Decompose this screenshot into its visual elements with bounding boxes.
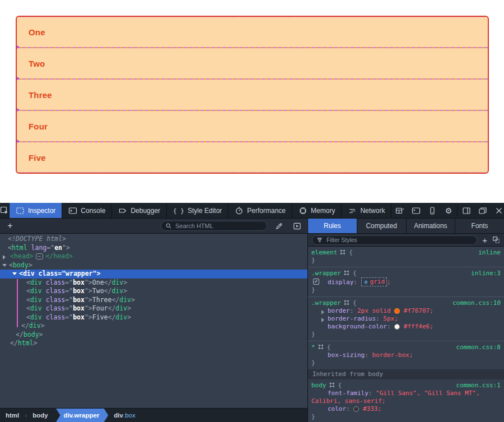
highlight-selector-icon[interactable] [344, 270, 350, 276]
markup-line[interactable]: </html> [0, 339, 307, 348]
highlight-selector-icon[interactable] [318, 344, 324, 350]
markup-line[interactable]: <!DOCTYPE html> [0, 235, 307, 244]
markup-line[interactable]: <div class="box">Four</div> [0, 304, 307, 313]
markup-line[interactable]: <body> [0, 261, 307, 270]
markup-token: < [9, 261, 13, 269]
highlight-selector-icon[interactable] [344, 300, 350, 306]
semicolon: ; [382, 397, 386, 405]
stylesheet-link[interactable]: common.css:10 [452, 299, 501, 307]
element-picker-icon[interactable] [0, 203, 10, 218]
breadcrumb-label: html [6, 412, 19, 419]
highlight-selector-icon[interactable] [340, 249, 346, 256]
breadcrumb-label: div.wrapper [64, 412, 100, 419]
open-brace: { [353, 270, 357, 277]
rule-selector[interactable]: .wrapper [311, 299, 341, 307]
markup-token: div [119, 296, 131, 304]
markup-line[interactable]: <div class="box">Two</div> [0, 287, 307, 296]
filter-styles-input[interactable] [326, 236, 473, 243]
ellipsis-badge[interactable]: ⋯ [36, 253, 44, 259]
tab-style-editor[interactable]: { }Style Editor [167, 203, 228, 218]
css-declaration[interactable]: border: 2px solid #f76707; [311, 307, 501, 315]
split-console-icon[interactable] [408, 203, 424, 218]
highlight-selector-icon[interactable] [329, 382, 335, 388]
twisty-icon[interactable] [2, 264, 7, 267]
responsive-mode-icon[interactable] [424, 203, 440, 218]
eyedropper-icon[interactable] [273, 222, 285, 230]
stylesheet-link[interactable]: common.css:1 [456, 382, 501, 389]
twisty-icon[interactable] [3, 255, 6, 259]
css-declaration[interactable]: box-sizing: border-box; [311, 351, 501, 359]
search-html-box[interactable] [161, 221, 267, 231]
markup-line[interactable]: <div class="box">Three</div> [0, 296, 307, 305]
breadcrumb-item[interactable]: body [27, 412, 53, 419]
add-rule-icon[interactable]: + [482, 236, 487, 244]
rule-selector[interactable]: element [311, 249, 337, 256]
rule-selector[interactable]: .wrapper [311, 270, 341, 277]
tab-console[interactable]: Console [62, 203, 112, 218]
stylesheet-link[interactable]: common.css:8 [456, 344, 501, 351]
markup-line[interactable]: </div> [0, 322, 307, 331]
filter-styles-box[interactable] [312, 235, 477, 245]
close-brace: } [311, 359, 501, 367]
markup-line[interactable]: <div class="wrapper"> [0, 270, 307, 279]
dock-side-icon[interactable] [458, 203, 474, 218]
play-panel-icon[interactable] [291, 222, 303, 230]
settings-icon[interactable]: ⚙ [440, 203, 456, 218]
semicolon: ; [409, 351, 413, 359]
tab-memory[interactable]: Memory [292, 203, 342, 218]
expand-shorthand-icon[interactable] [321, 310, 324, 314]
search-html-input[interactable] [175, 222, 263, 229]
tab-network[interactable]: Network [342, 203, 391, 218]
markup-token: < [26, 313, 30, 321]
sidebar-tab-rules[interactable]: Rules [308, 219, 357, 233]
sidebar-tab-fonts[interactable]: Fonts [455, 219, 504, 233]
breadcrumb-item[interactable]: html [0, 412, 25, 419]
declaration-checkbox[interactable]: ✓ [313, 279, 319, 285]
css-declaration[interactable]: color: #333; [311, 405, 501, 413]
markup-toolbar: + [0, 219, 307, 234]
stylesheet-link[interactable]: inline:3 [471, 270, 501, 277]
frames-icon[interactable] [391, 203, 408, 218]
tab-performance[interactable]: Performance [228, 203, 292, 218]
markup-token: div [30, 279, 42, 286]
add-node-button[interactable]: + [4, 220, 16, 231]
color-swatch[interactable] [353, 406, 359, 412]
breadcrumb-item-selected[interactable]: div.wrapper [56, 409, 109, 422]
css-declaration[interactable]: border-radius: 5px; [311, 315, 501, 323]
rule-selector[interactable]: body [311, 382, 326, 389]
grid-box-row: Two [17, 47, 488, 78]
stylesheet-link[interactable]: inline [478, 249, 501, 257]
color-swatch[interactable] [394, 324, 400, 330]
markup-line[interactable]: </body> [0, 331, 307, 340]
close-icon[interactable] [491, 203, 504, 218]
markup-token: "> [62, 244, 70, 252]
class-panel-icon[interactable] [492, 236, 500, 244]
markup-line[interactable]: <head>⋯</head> [0, 252, 307, 261]
rule-selector[interactable]: * [311, 344, 315, 351]
markup-token: Five [92, 313, 108, 321]
browser-page-content: OneTwoThreeFourFive [0, 0, 504, 203]
markup-token: Four [92, 304, 108, 312]
expand-shorthand-icon[interactable] [321, 318, 324, 322]
markup-token: div [30, 313, 42, 321]
markup-token [42, 296, 46, 304]
tab-inspector[interactable]: Inspector [10, 203, 62, 218]
markup-line[interactable]: <html lang="en"> [0, 244, 307, 253]
breadcrumb-item[interactable]: div.box [108, 412, 141, 419]
tab-debugger[interactable]: Debugger [112, 203, 167, 218]
grid-box-row: Three [17, 78, 488, 110]
css-declaration[interactable]: ✓display: grid; [311, 277, 501, 286]
markup-token [27, 244, 31, 252]
network-icon [348, 206, 357, 215]
markup-line[interactable]: <div class="box">Five</div> [0, 313, 307, 322]
colon: : [387, 323, 394, 330]
sidebar-tab-animations[interactable]: Animations [407, 219, 456, 233]
markup-line[interactable]: <div class="box">One</div> [0, 279, 307, 287]
grid-toggle-badge[interactable]: grid [361, 277, 388, 286]
separate-window-icon[interactable] [474, 203, 491, 218]
sidebar-tab-computed[interactable]: Computed [357, 219, 407, 233]
twisty-icon[interactable] [12, 272, 17, 275]
color-swatch[interactable] [394, 308, 400, 314]
css-declaration[interactable]: background-color: #fff4e6; [311, 323, 501, 331]
css-declaration[interactable]: font-family: "Gill Sans", "Gill Sans MT"… [311, 389, 501, 405]
